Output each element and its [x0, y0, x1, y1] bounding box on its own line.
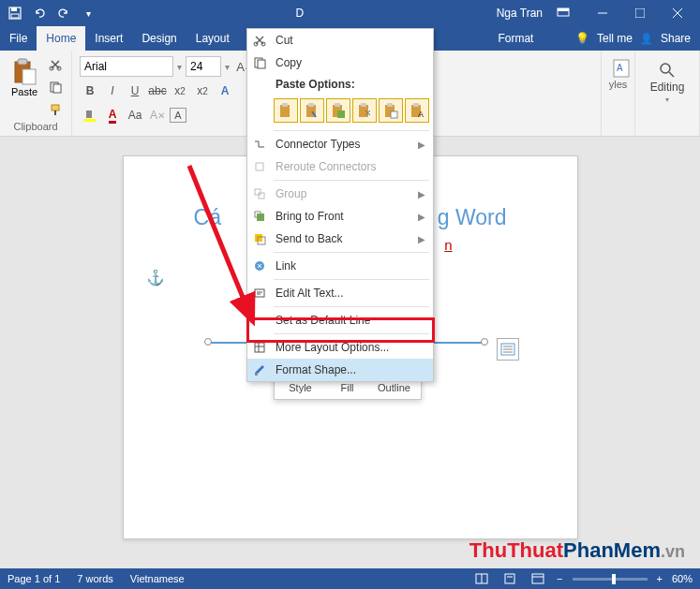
cm-bring-front[interactable]: Bring to Front ▶: [247, 205, 433, 228]
status-language[interactable]: Vietnamese: [130, 573, 185, 584]
cut-icon[interactable]: [45, 54, 66, 75]
paste-button[interactable]: Paste: [6, 54, 43, 121]
svg-rect-36: [282, 103, 288, 107]
resize-handle-right[interactable]: [481, 338, 488, 346]
svg-rect-54: [255, 234, 262, 242]
resize-handle-left[interactable]: [204, 338, 212, 346]
read-mode-icon[interactable]: [472, 569, 491, 588]
strikethrough-button[interactable]: abc: [147, 81, 168, 101]
svg-rect-48: [413, 103, 419, 107]
change-case-icon[interactable]: Aa: [125, 105, 145, 125]
undo-icon[interactable]: [28, 2, 51, 24]
styles-button[interactable]: A: [607, 54, 635, 79]
font-color-icon[interactable]: A: [102, 105, 123, 125]
svg-rect-38: [308, 103, 314, 107]
tab-layout[interactable]: Layout: [186, 26, 239, 51]
editing-button[interactable]: Editing ▾: [641, 54, 693, 104]
cm-paste-options-label: Paste Options:: [247, 74, 433, 95]
subscript-button[interactable]: x2: [170, 81, 190, 101]
zoom-out-icon[interactable]: −: [557, 573, 562, 584]
superscript-button[interactable]: x2: [192, 81, 213, 101]
status-page[interactable]: Page 1 of 1: [7, 573, 60, 584]
cm-format-shape[interactable]: Format Shape...: [247, 359, 433, 381]
svg-rect-10: [18, 59, 27, 65]
layout-options-icon[interactable]: [497, 338, 519, 361]
paste-option-1[interactable]: [274, 98, 298, 123]
svg-rect-40: [335, 103, 340, 107]
cm-link[interactable]: Link: [247, 255, 433, 277]
send-back-icon: [251, 230, 268, 247]
share-icon: 👤: [640, 33, 653, 45]
save-icon[interactable]: [4, 2, 26, 24]
font-name-combo[interactable]: [80, 56, 173, 77]
chevron-right-icon: ▶: [418, 212, 425, 222]
tellme-label[interactable]: Tell me: [597, 32, 633, 45]
titlebar-right: Nga Tran: [497, 0, 700, 26]
maximize-button[interactable]: [621, 0, 659, 26]
format-shape-icon: [251, 361, 268, 378]
format-painter-icon[interactable]: [45, 99, 66, 120]
print-layout-icon[interactable]: [500, 569, 519, 588]
quick-access-toolbar: ▾: [0, 2, 103, 24]
paste-option-6[interactable]: A: [405, 98, 429, 123]
web-layout-icon[interactable]: [529, 569, 547, 588]
cm-send-back[interactable]: Send to Back ▶: [247, 228, 433, 250]
lightbulb-icon: 💡: [575, 32, 589, 45]
bring-front-icon: [251, 208, 268, 225]
redo-icon[interactable]: [52, 2, 75, 24]
italic-button[interactable]: I: [102, 81, 123, 101]
cm-alt-text[interactable]: Edit Alt Text...: [247, 282, 433, 304]
tab-format[interactable]: Format: [488, 26, 543, 51]
context-menu: Cut Copy Paste Options: A Connector Type…: [246, 28, 434, 382]
cm-default-line[interactable]: Set as Default Line: [247, 309, 433, 331]
char-border-icon[interactable]: A: [170, 108, 186, 123]
svg-rect-63: [255, 373, 258, 375]
paste-option-4[interactable]: [352, 98, 377, 123]
paste-option-2[interactable]: [300, 98, 324, 123]
svg-text:A: A: [617, 63, 623, 73]
window-title: D: [103, 7, 497, 20]
paste-option-5[interactable]: [379, 98, 403, 123]
cm-copy[interactable]: Copy: [247, 52, 433, 74]
zoom-level[interactable]: 60%: [672, 573, 693, 584]
ribbon-editing-group: Editing ▾: [635, 51, 700, 136]
clear-format-icon[interactable]: A✕: [147, 105, 168, 125]
text-effects-icon[interactable]: A: [215, 81, 235, 101]
copy-icon[interactable]: [45, 77, 66, 97]
bold-button[interactable]: B: [80, 81, 100, 101]
tab-design[interactable]: Design: [132, 26, 186, 51]
group-icon: [251, 185, 268, 202]
svg-rect-66: [505, 574, 514, 583]
ribbon-display-icon[interactable]: [552, 2, 574, 24]
svg-text:A: A: [418, 110, 424, 119]
cm-cut[interactable]: Cut: [247, 29, 433, 52]
anchor-icon: ⚓: [146, 269, 165, 287]
underline-button[interactable]: U: [125, 81, 145, 101]
zoom-in-icon[interactable]: +: [657, 573, 663, 584]
cm-more-layout[interactable]: More Layout Options...: [247, 336, 433, 359]
svg-rect-16: [52, 105, 59, 110]
highlight-icon[interactable]: [80, 105, 100, 125]
chevron-right-icon: ▶: [418, 140, 425, 150]
qat-more-icon[interactable]: ▾: [77, 2, 99, 24]
paste-option-3[interactable]: [326, 98, 350, 123]
share-button[interactable]: Share: [661, 32, 691, 45]
svg-rect-34: [258, 60, 265, 68]
tab-home[interactable]: Home: [37, 26, 85, 51]
svg-rect-45: [387, 103, 393, 107]
close-button[interactable]: [659, 0, 696, 26]
svg-rect-46: [391, 111, 397, 118]
user-name: Nga Tran: [497, 7, 543, 20]
minimize-button[interactable]: [584, 0, 621, 26]
cm-connector-types[interactable]: Connector Types ▶: [247, 133, 433, 155]
zoom-slider[interactable]: [573, 578, 648, 581]
editing-label: Editing: [650, 81, 685, 94]
svg-line-23: [669, 72, 674, 77]
tab-insert[interactable]: Insert: [85, 26, 132, 51]
tab-file[interactable]: File: [0, 26, 37, 51]
svg-rect-57: [255, 289, 264, 297]
font-size-combo[interactable]: [186, 56, 221, 77]
status-words[interactable]: 7 words: [77, 573, 113, 584]
paste-options-row: A: [247, 95, 433, 128]
svg-rect-2: [11, 14, 19, 18]
